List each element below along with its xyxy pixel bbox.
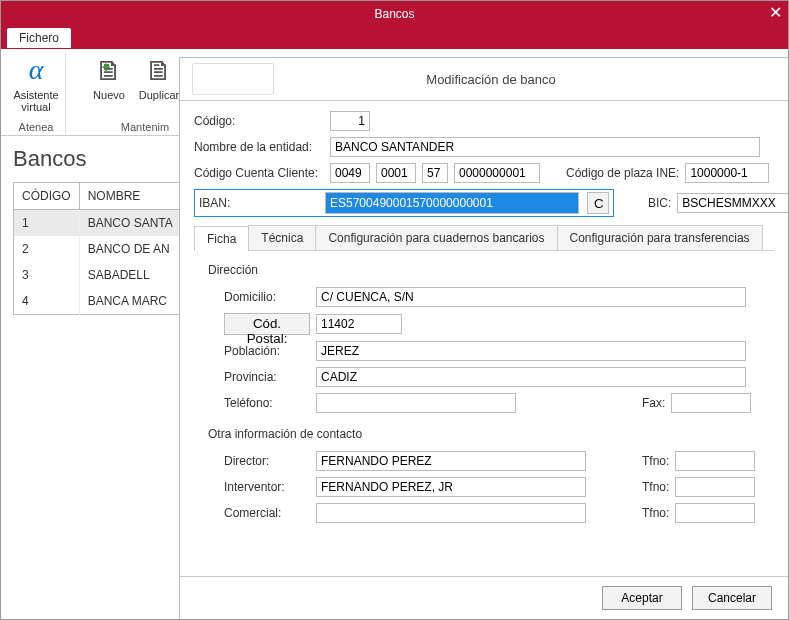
plaza-field[interactable] xyxy=(685,163,769,183)
close-icon[interactable]: ✕ xyxy=(769,3,782,22)
form-top: Código: Nombre de la entidad: Código Cue… xyxy=(180,101,788,537)
accept-button[interactable]: Aceptar xyxy=(602,586,682,610)
assistant-button[interactable]: α Asistente virtual xyxy=(15,53,57,113)
new-label: Nuevo xyxy=(93,89,125,101)
duplicate-icon: 🗎 xyxy=(142,53,176,87)
ribbon-group-atenea: α Asistente virtual Atenea xyxy=(7,53,66,135)
tab-ficha[interactable]: Ficha xyxy=(194,226,249,251)
dialog-title: Modificación de banco xyxy=(274,72,788,87)
cpostal-button[interactable]: Cód. Postal: xyxy=(224,313,310,335)
interventor-tfno-field[interactable] xyxy=(675,477,755,497)
dialog-toolbar-icon[interactable] xyxy=(192,63,274,95)
assistant-label: Asistente virtual xyxy=(13,89,58,113)
label-poblacion: Población: xyxy=(224,344,310,358)
table-row[interactable]: 2BANCO DE AN xyxy=(14,236,182,262)
label-comercial: Comercial: xyxy=(224,506,310,520)
table-row[interactable]: 1BANCO SANTA xyxy=(14,210,182,237)
ccc4-field[interactable] xyxy=(454,163,540,183)
interventor-field[interactable] xyxy=(316,477,586,497)
dialog-tabs: Ficha Técnica Configuración para cuadern… xyxy=(194,225,774,251)
label-tfno-3: Tfno: xyxy=(642,506,669,520)
telefono-field[interactable] xyxy=(316,393,516,413)
iban-calc-button[interactable]: C xyxy=(587,192,609,214)
duplicate-button[interactable]: 🗎 Duplicar xyxy=(138,53,180,101)
window-title: Bancos xyxy=(374,7,414,21)
ribbon-group-label-1: Atenea xyxy=(19,121,54,135)
label-domicilio: Domicilio: xyxy=(224,290,310,304)
comercial-field[interactable] xyxy=(316,503,586,523)
ccc2-field[interactable] xyxy=(376,163,416,183)
label-ccc: Código Cuenta Cliente: xyxy=(194,166,324,180)
fax-field[interactable] xyxy=(671,393,751,413)
label-tfno-1: Tfno: xyxy=(642,454,669,468)
ribbon-tabbar: Fichero xyxy=(1,27,788,49)
label-telefono: Teléfono: xyxy=(224,396,310,410)
label-bic: BIC: xyxy=(648,196,671,210)
iban-field[interactable] xyxy=(325,192,579,214)
file-tab[interactable]: Fichero xyxy=(7,28,71,48)
bic-field[interactable] xyxy=(677,193,789,213)
director-field[interactable] xyxy=(316,451,586,471)
cpostal-field[interactable] xyxy=(316,314,402,334)
provincia-field[interactable] xyxy=(316,367,746,387)
dialog-toolbar: Modificación de banco xyxy=(180,58,788,101)
bank-dialog: Modificación de banco Código: Nombre de … xyxy=(179,57,788,619)
new-button[interactable]: 🗎+ Nuevo xyxy=(88,53,130,101)
dialog-footer: Aceptar Cancelar xyxy=(180,576,788,619)
tab-cuadernos[interactable]: Configuración para cuadernos bancarios xyxy=(315,225,557,250)
page-title: Bancos xyxy=(13,146,170,172)
tab-transferencias[interactable]: Configuración para transferencias xyxy=(557,225,763,250)
col-codigo[interactable]: CÓDIGO xyxy=(14,183,80,210)
table-row[interactable]: 4BANCA MARC xyxy=(14,288,182,315)
label-codigo: Código: xyxy=(194,114,324,128)
codigo-field[interactable] xyxy=(330,111,370,131)
ccc3-field[interactable] xyxy=(422,163,448,183)
label-iban: IBAN: xyxy=(199,196,317,210)
ficha-section: Dirección Domicilio: Cód. Postal: Poblac… xyxy=(194,251,774,537)
ribbon-group-label-2: Mantenim xyxy=(121,121,169,135)
domicilio-field[interactable] xyxy=(316,287,746,307)
left-panel: Bancos CÓDIGO NOMBRE 1BANCO SANTA 2BANCO… xyxy=(1,136,176,620)
ccc1-field[interactable] xyxy=(330,163,370,183)
otra-heading: Otra información de contacto xyxy=(208,427,766,441)
director-tfno-field[interactable] xyxy=(675,451,755,471)
tab-tecnica[interactable]: Técnica xyxy=(248,225,316,250)
label-interventor: Interventor: xyxy=(224,480,310,494)
table-row[interactable]: 3SABADELL xyxy=(14,262,182,288)
label-director: Director: xyxy=(224,454,310,468)
cancel-button[interactable]: Cancelar xyxy=(692,586,772,610)
app-window: Bancos ✕ Fichero α Asistente virtual Ate… xyxy=(0,0,789,620)
alpha-icon: α xyxy=(19,53,53,87)
label-plaza: Código de plaza INE: xyxy=(566,166,679,180)
duplicate-label: Duplicar xyxy=(139,89,179,101)
poblacion-field[interactable] xyxy=(316,341,746,361)
table-header-row: CÓDIGO NOMBRE xyxy=(14,183,182,210)
nombre-field[interactable] xyxy=(330,137,760,157)
label-nombre: Nombre de la entidad: xyxy=(194,140,324,154)
label-provincia: Provincia: xyxy=(224,370,310,384)
direccion-heading: Dirección xyxy=(208,263,766,277)
label-fax: Fax: xyxy=(642,396,665,410)
label-tfno-2: Tfno: xyxy=(642,480,669,494)
new-doc-icon: 🗎+ xyxy=(92,53,126,87)
banks-table: CÓDIGO NOMBRE 1BANCO SANTA 2BANCO DE AN … xyxy=(13,182,182,315)
titlebar: Bancos ✕ xyxy=(1,1,788,27)
iban-group: IBAN: C xyxy=(194,189,614,217)
col-nombre[interactable]: NOMBRE xyxy=(79,183,181,210)
comercial-tfno-field[interactable] xyxy=(675,503,755,523)
